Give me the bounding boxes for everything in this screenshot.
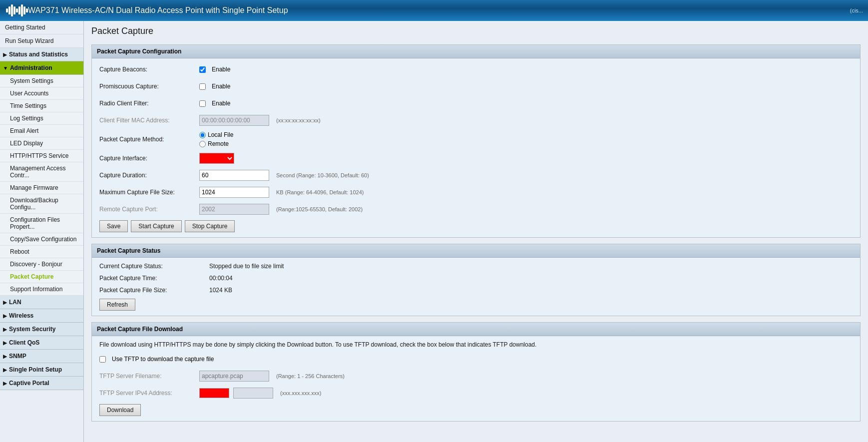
tftp-filename-control: (Range: 1 - 256 Characters) (199, 371, 345, 382)
client-filter-mac-control: (xx:xx:xx:xx:xx:xx) (199, 115, 321, 126)
sidebar-item-led-display[interactable]: LED Display (0, 137, 83, 150)
capture-time-value: 00:00:04 (209, 275, 233, 282)
sidebar-item-config-files[interactable]: Configuration Files Propert... (0, 214, 83, 233)
tftp-ipv4-control: (xxx.xxx.xxx.xxx) (199, 388, 322, 399)
sidebar-section-client-qos[interactable]: ▶ Client QoS (0, 336, 83, 350)
config-section-header: Packet Capture Configuration (92, 45, 860, 58)
sidebar-item-email-alert[interactable]: Email Alert (0, 125, 83, 137)
sidebar-section-wireless[interactable]: ▶ Wireless (0, 309, 83, 323)
sidebar-item-getting-started[interactable]: Getting Started (0, 21, 83, 34)
cisco-logo (6, 3, 28, 17)
capture-beacons-row: Capture Beacons: Enable (99, 63, 853, 75)
current-status-label: Current Capture Status: (99, 263, 209, 270)
tftp-ipv4-input (233, 388, 273, 399)
sidebar-item-log-settings[interactable]: Log Settings (0, 112, 83, 125)
sidebar: Getting Started Run Setup Wizard ▶ Statu… (0, 21, 84, 442)
svg-rect-1 (8, 6, 10, 14)
svg-rect-0 (6, 8, 8, 12)
capture-beacons-checkbox[interactable] (199, 66, 206, 73)
sidebar-item-packet-capture[interactable]: Packet Capture (0, 271, 83, 283)
tftp-ipv4-label: TFTP Server IPv4 Address: (99, 390, 199, 397)
sidebar-section-single-point-setup[interactable]: ▶ Single Point Setup (0, 363, 83, 377)
user-info: (cis... (850, 7, 863, 13)
sidebar-item-management-access[interactable]: Management Access Contr... (0, 162, 83, 182)
config-buttons-row: Save Start Capture Stop Capture (99, 220, 853, 232)
tftp-filename-row: TFTP Server Filename: (Range: 1 - 256 Ch… (99, 370, 853, 382)
start-capture-button[interactable]: Start Capture (131, 220, 181, 232)
client-filter-mac-row: Client Filter MAC Address: (xx:xx:xx:xx:… (99, 114, 853, 126)
download-button[interactable]: Download (99, 404, 141, 416)
capture-time-row: Packet Capture Time: 00:00:04 (99, 275, 853, 282)
refresh-button[interactable]: Refresh (99, 299, 135, 311)
sidebar-section-lan[interactable]: ▶ LAN (0, 296, 83, 309)
max-capture-file-size-control: KB (Range: 64-4096, Default: 1024) (199, 187, 364, 198)
svg-rect-5 (18, 6, 20, 14)
sidebar-item-support-information[interactable]: Support Information (0, 283, 83, 296)
sidebar-item-copy-save-config[interactable]: Copy/Save Configuration (0, 233, 83, 246)
max-capture-file-size-input[interactable] (199, 187, 269, 198)
tftp-checkbox-label: Use TFTP to download the capture file (112, 356, 214, 363)
sidebar-item-reboot[interactable]: Reboot (0, 246, 83, 258)
tftp-filename-hint: (Range: 1 - 256 Characters) (276, 373, 345, 379)
page-header-title: WAP371 Wireless-AC/N Dual Radio Access P… (28, 6, 288, 15)
sidebar-item-discovery-bonjour[interactable]: Discovery - Bonjour (0, 258, 83, 271)
download-section-body: File download using HTTP/HTTPS may be do… (92, 336, 860, 421)
capture-method-label: Packet Capture Method: (99, 136, 199, 143)
capture-method-local-radio[interactable] (199, 132, 206, 138)
radio-client-filter-control: Enable (199, 100, 230, 107)
sidebar-item-time-settings[interactable]: Time Settings (0, 100, 83, 112)
max-capture-file-size-label: Maximum Capture File Size: (99, 189, 199, 196)
sidebar-section-label: Status and Statistics (9, 51, 68, 58)
sidebar-item-http-https[interactable]: HTTP/HTTPS Service (0, 150, 83, 162)
sidebar-section-captive-portal[interactable]: ▶ Captive Portal (0, 377, 83, 390)
save-button[interactable]: Save (99, 220, 128, 232)
client-filter-mac-hint: (xx:xx:xx:xx:xx:xx) (276, 117, 321, 123)
tftp-ipv4-hint: (xxx.xxx.xxx.xxx) (280, 390, 322, 396)
sidebar-item-manage-firmware[interactable]: Manage Firmware (0, 182, 83, 194)
capture-method-remote-label: Remote (208, 140, 229, 147)
remote-capture-port-hint: (Range:1025-65530, Default: 2002) (276, 206, 363, 212)
sidebar-section-system-security[interactable]: ▶ System Security (0, 323, 83, 336)
sidebar-item-run-setup-wizard[interactable]: Run Setup Wizard (0, 34, 83, 48)
download-section: Packet Capture File Download File downlo… (91, 322, 861, 422)
current-status-value: Stopped due to file size limit (209, 263, 284, 270)
sidebar-section-label: Administration (10, 64, 52, 71)
capture-duration-input[interactable] (199, 170, 269, 181)
remote-capture-port-label: Remote Capture Port: (99, 206, 199, 213)
current-status-row: Current Capture Status: Stopped due to f… (99, 263, 853, 270)
svg-rect-2 (11, 4, 13, 16)
capture-method-row: Packet Capture Method: Local File Remote (99, 131, 853, 147)
remote-capture-port-control: (Range:1025-65530, Default: 2002) (199, 204, 363, 215)
sidebar-section-label: Client QoS (9, 339, 39, 346)
radio-client-filter-row: Radio Client Filter: Enable (99, 97, 853, 109)
capture-duration-label: Capture Duration: (99, 172, 199, 179)
capture-duration-hint: Second (Range: 10-3600, Default: 60) (276, 172, 369, 178)
capture-interface-control (199, 153, 234, 164)
capture-method-local: Local File (199, 131, 233, 138)
capture-interface-select[interactable] (199, 153, 234, 164)
promiscuous-capture-row: Promiscuous Capture: Enable (99, 80, 853, 92)
sidebar-section-administration[interactable]: ▼ Administration (0, 61, 83, 75)
sidebar-section-label: Captive Portal (9, 380, 49, 387)
config-section: Packet Capture Configuration Capture Bea… (91, 44, 861, 238)
main-content: Packet Capture Packet Capture Configurat… (84, 21, 868, 442)
sidebar-section-label: LAN (9, 299, 21, 306)
sidebar-item-user-accounts[interactable]: User Accounts (0, 87, 83, 100)
arrow-icon: ▶ (3, 52, 7, 57)
sidebar-section-snmp[interactable]: ▶ SNMP (0, 350, 83, 363)
sidebar-section-status-statistics[interactable]: ▶ Status and Statistics (0, 48, 83, 61)
promiscuous-capture-checkbox[interactable] (199, 83, 206, 90)
svg-rect-4 (16, 8, 18, 12)
logo (6, 3, 28, 17)
tftp-checkbox[interactable] (99, 356, 106, 363)
sidebar-item-system-settings[interactable]: System Settings (0, 75, 83, 87)
capture-time-label: Packet Capture Time: (99, 275, 209, 282)
sidebar-item-download-backup[interactable]: Download/Backup Configu... (0, 194, 83, 214)
max-capture-file-size-hint: KB (Range: 64-4096, Default: 1024) (276, 189, 364, 195)
stop-capture-button[interactable]: Stop Capture (185, 220, 235, 232)
tftp-checkbox-row: Use TFTP to download the capture file (99, 353, 853, 365)
download-section-header: Packet Capture File Download (92, 323, 860, 336)
capture-method-remote-radio[interactable] (199, 141, 206, 147)
radio-client-filter-checkbox[interactable] (199, 100, 206, 107)
promiscuous-capture-checkbox-label: Enable (212, 83, 230, 90)
